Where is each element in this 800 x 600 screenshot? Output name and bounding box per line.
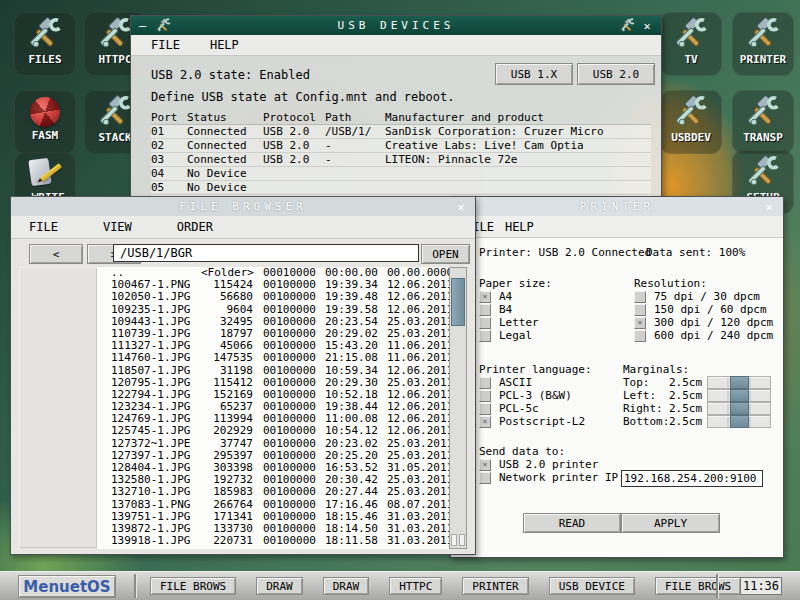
paper-size-option[interactable]: Legal xyxy=(479,329,552,342)
window-title: PRINTER xyxy=(451,200,783,213)
close-icon[interactable]: ✕ xyxy=(638,18,656,33)
taskbar-separator xyxy=(134,574,136,598)
checkbox-icon[interactable] xyxy=(634,330,646,342)
taskbar-task-button[interactable]: DRAW xyxy=(323,577,370,595)
checkbox-icon[interactable] xyxy=(479,390,491,402)
slider-thumb[interactable] xyxy=(730,389,749,402)
margin-slider[interactable] xyxy=(707,389,771,402)
taskbar-task-button[interactable]: FILE BROWS xyxy=(655,577,741,595)
checkbox-icon[interactable] xyxy=(479,291,491,303)
printer-language-option[interactable]: PCL-5c xyxy=(479,402,592,415)
desktop-icon-files[interactable]: FILES xyxy=(14,12,76,76)
checkbox-icon[interactable] xyxy=(479,377,491,389)
open-button[interactable]: OPEN xyxy=(421,244,470,264)
usb-table-row: 02ConnectedUSB 2.0 -Creative Labs: Live!… xyxy=(151,139,651,153)
tools-icon xyxy=(746,95,780,129)
usb20-button[interactable]: USB 2.0 xyxy=(577,63,655,85)
slider-thumb[interactable] xyxy=(730,415,749,428)
desktop-icon-fasm[interactable]: FASM xyxy=(14,90,76,154)
usb-define-label: Define USB state at Config.mnt and reboo… xyxy=(151,90,454,104)
tools-icon xyxy=(674,95,708,129)
checkbox-icon[interactable] xyxy=(479,416,491,428)
checkbox-icon[interactable] xyxy=(479,304,491,316)
taskbar-task-button[interactable]: FILE BROWS xyxy=(150,577,236,595)
read-button[interactable]: READ xyxy=(523,513,621,533)
usb-table-row: 04No Device xyxy=(151,167,651,181)
path-input[interactable] xyxy=(113,244,419,262)
checkbox-icon[interactable] xyxy=(634,291,646,303)
desktop-icon-usbdev[interactable]: USBDEV xyxy=(660,90,722,154)
taskbar-task-button[interactable]: USB DEVICE xyxy=(549,577,635,595)
file-row[interactable]: 127372~1.JPE 37747 00100000 20:23.02 25.… xyxy=(97,438,449,450)
taskbar-task-button[interactable]: DRAW xyxy=(256,577,303,595)
resolution-option[interactable]: 300 dpi / 120 dpcm xyxy=(634,316,773,329)
scrollbar[interactable] xyxy=(449,267,467,549)
file-row[interactable]: 139918-1.JPG 220731 00100000 18:11.58 31… xyxy=(97,535,449,547)
printer-language-option[interactable]: Postscript-L2 xyxy=(479,415,592,428)
menu-help[interactable]: HELP xyxy=(505,220,534,234)
margin-row: Bottom: 2.5cm xyxy=(623,415,771,428)
send-target-option[interactable]: Network printer IP: xyxy=(479,471,625,484)
slider-thumb[interactable] xyxy=(730,376,749,389)
margin-slider[interactable] xyxy=(707,376,771,389)
taskbar-task-button[interactable]: HTTPC xyxy=(389,577,442,595)
close-icon[interactable]: ✕ xyxy=(452,199,470,214)
checkbox-icon[interactable] xyxy=(479,330,491,342)
paper-size-option[interactable]: Letter xyxy=(479,316,552,329)
checkbox-icon[interactable] xyxy=(479,472,491,484)
printer-language-group: Printer language: ASCII PCL-3 (B&W) xyxy=(479,363,592,428)
printer-language-option[interactable]: ASCII xyxy=(479,376,592,389)
menu-view[interactable]: VIEW xyxy=(103,220,132,234)
tools-icon xyxy=(28,17,62,51)
menuetos-start-button[interactable]: MenuetOS xyxy=(18,575,116,598)
usb-titlebar[interactable]: — USB DEVICES ✕ xyxy=(131,16,661,35)
file-row[interactable]: 114760-1.JPG 147535 00100000 21:15.08 11… xyxy=(97,352,449,364)
scrollbar-button[interactable] xyxy=(459,534,465,546)
file-row[interactable]: 132710-1.JPG 185983 00100000 20:27.44 25… xyxy=(97,486,449,498)
paper-size-option[interactable]: B4 xyxy=(479,303,552,316)
menu-order[interactable]: ORDER xyxy=(177,220,213,234)
resolution-option[interactable]: 75 dpi / 30 dpcm xyxy=(634,290,773,303)
desktop-icon-tv[interactable]: TV xyxy=(660,12,722,76)
scrollbar-thumb[interactable] xyxy=(451,278,465,326)
printer-titlebar[interactable]: PRINTER ✕ xyxy=(451,197,783,217)
desktop-icon-label: FILES xyxy=(28,53,61,66)
paper-size-option[interactable]: A4 xyxy=(479,290,552,303)
file-row[interactable]: 137083-1.PNG 266764 00100000 17:16.46 08… xyxy=(97,499,449,511)
clock: 11:36 xyxy=(740,577,782,595)
checkbox-icon[interactable] xyxy=(479,459,491,471)
send-data-label: Send data to: xyxy=(479,445,625,458)
tools-icon xyxy=(98,17,132,51)
checkbox-icon[interactable] xyxy=(479,403,491,415)
resolution-label: Resolution: xyxy=(634,277,773,290)
file-row[interactable]: 109235-1.JPG 9604 00100000 19:39.58 12.0… xyxy=(97,304,449,316)
taskbar-task-button[interactable]: PRINTER xyxy=(462,577,528,595)
printer-status: Printer: USB 2.0 Connected xyxy=(479,246,651,259)
file-row[interactable]: 102050-1.JPG 56680 00100000 19:39.48 12.… xyxy=(97,291,449,303)
usb1x-button[interactable]: USB 1.X xyxy=(495,63,573,85)
slider-thumb[interactable] xyxy=(730,402,749,415)
menu-help[interactable]: HELP xyxy=(210,38,239,52)
margin-slider[interactable] xyxy=(707,415,771,428)
scrollbar-button[interactable] xyxy=(451,534,457,546)
desktop-icon-printer[interactable]: PRINTER xyxy=(732,12,794,76)
network-printer-ip-input[interactable] xyxy=(621,470,763,487)
browser-titlebar[interactable]: FILE BROWSER ✕ xyxy=(11,197,475,217)
margin-slider[interactable] xyxy=(707,402,771,415)
menu-file[interactable]: FILE xyxy=(29,220,58,234)
checkbox-icon[interactable] xyxy=(479,317,491,329)
desktop-icon-transp[interactable]: TRANSP xyxy=(732,90,794,154)
resolution-option[interactable]: 150 dpi / 60 dpcm xyxy=(634,303,773,316)
printer-language-option[interactable]: PCL-3 (B&W) xyxy=(479,389,592,402)
file-row[interactable]: 125745-1.JPG 202929 00100000 10:54.12 12… xyxy=(97,425,449,437)
checkbox-icon[interactable] xyxy=(634,317,646,329)
file-row[interactable]: 118507-1.JPG 31198 00100000 10:59.34 12.… xyxy=(97,365,449,377)
window-title: FILE BROWSER xyxy=(11,200,475,213)
apply-button[interactable]: APPLY xyxy=(621,513,720,533)
back-button[interactable]: < xyxy=(29,244,83,264)
send-target-option[interactable]: USB 2.0 printer xyxy=(479,458,625,471)
checkbox-icon[interactable] xyxy=(634,304,646,316)
close-icon[interactable]: ✕ xyxy=(760,199,778,214)
menu-file[interactable]: FILE xyxy=(151,38,180,52)
resolution-option[interactable]: 600 dpi / 240 dpcm xyxy=(634,329,773,342)
